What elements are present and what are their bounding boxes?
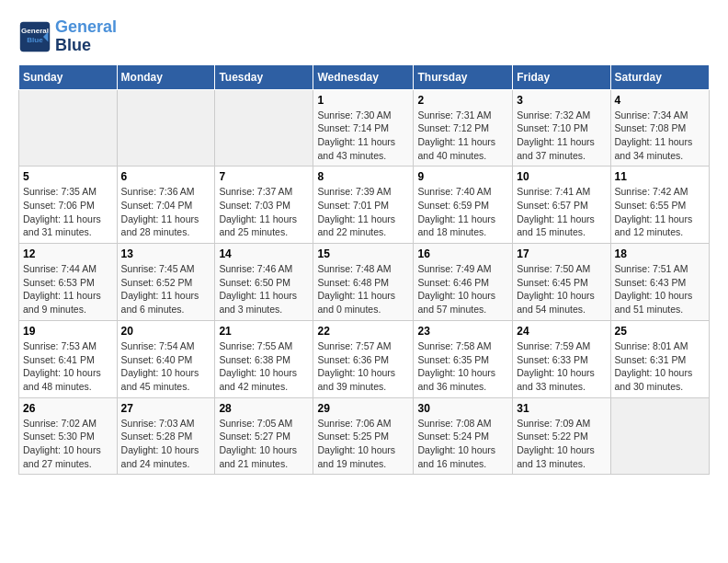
day-number: 18 [615, 247, 705, 260]
day-number: 29 [317, 402, 409, 415]
calendar-cell: 12Sunrise: 7:44 AM Sunset: 6:53 PM Dayli… [19, 244, 118, 321]
day-number: 20 [121, 325, 211, 338]
day-info: Sunrise: 7:49 AM Sunset: 6:46 PM Dayligh… [417, 262, 508, 316]
calendar-cell: 26Sunrise: 7:02 AM Sunset: 5:30 PM Dayli… [19, 397, 118, 475]
day-number: 23 [417, 325, 508, 338]
day-info: Sunrise: 7:02 AM Sunset: 5:30 PM Dayligh… [23, 417, 113, 471]
calendar-cell: 9Sunrise: 7:40 AM Sunset: 6:59 PM Daylig… [414, 167, 513, 244]
day-number: 1 [317, 94, 409, 107]
weekday-header-sunday: Sunday [19, 64, 118, 89]
day-info: Sunrise: 7:31 AM Sunset: 7:12 PM Dayligh… [417, 109, 508, 163]
calendar-cell: 31Sunrise: 7:09 AM Sunset: 5:22 PM Dayli… [513, 397, 610, 475]
weekday-header-row: SundayMondayTuesdayWednesdayThursdayFrid… [19, 64, 710, 89]
day-number: 30 [417, 402, 508, 415]
calendar-cell [117, 89, 215, 167]
calendar-week-2: 5Sunrise: 7:35 AM Sunset: 7:06 PM Daylig… [19, 167, 710, 244]
calendar-cell: 5Sunrise: 7:35 AM Sunset: 7:06 PM Daylig… [19, 167, 118, 244]
calendar-week-3: 12Sunrise: 7:44 AM Sunset: 6:53 PM Dayli… [19, 244, 710, 321]
calendar-cell [19, 89, 118, 167]
calendar-cell: 23Sunrise: 7:58 AM Sunset: 6:35 PM Dayli… [414, 320, 513, 397]
day-info: Sunrise: 7:40 AM Sunset: 6:59 PM Dayligh… [417, 185, 508, 239]
calendar-cell: 13Sunrise: 7:45 AM Sunset: 6:52 PM Dayli… [117, 244, 215, 321]
calendar-cell: 8Sunrise: 7:39 AM Sunset: 7:01 PM Daylig… [313, 167, 414, 244]
day-info: Sunrise: 7:54 AM Sunset: 6:40 PM Dayligh… [121, 339, 211, 394]
day-info: Sunrise: 7:57 AM Sunset: 6:36 PM Dayligh… [317, 339, 409, 394]
day-number: 31 [517, 402, 606, 415]
day-info: Sunrise: 7:36 AM Sunset: 7:04 PM Dayligh… [121, 185, 211, 239]
day-info: Sunrise: 7:46 AM Sunset: 6:50 PM Dayligh… [219, 262, 309, 316]
calendar-cell: 3Sunrise: 7:32 AM Sunset: 7:10 PM Daylig… [513, 89, 610, 167]
day-number: 11 [615, 170, 705, 183]
calendar-cell: 22Sunrise: 7:57 AM Sunset: 6:36 PM Dayli… [313, 320, 414, 397]
day-number: 25 [615, 325, 705, 338]
svg-text:Blue: Blue [27, 36, 43, 44]
weekday-header-saturday: Saturday [610, 64, 709, 89]
page-header: General Blue GeneralBlue [18, 18, 710, 55]
day-info: Sunrise: 7:34 AM Sunset: 7:08 PM Dayligh… [615, 109, 705, 163]
day-number: 15 [317, 247, 409, 260]
weekday-header-thursday: Thursday [414, 64, 513, 89]
calendar-cell: 29Sunrise: 7:06 AM Sunset: 5:25 PM Dayli… [313, 397, 414, 475]
calendar-cell: 27Sunrise: 7:03 AM Sunset: 5:28 PM Dayli… [117, 397, 215, 475]
calendar-cell: 20Sunrise: 7:54 AM Sunset: 6:40 PM Dayli… [117, 320, 215, 397]
calendar-body: 1Sunrise: 7:30 AM Sunset: 7:14 PM Daylig… [19, 89, 710, 475]
calendar-cell: 10Sunrise: 7:41 AM Sunset: 6:57 PM Dayli… [513, 167, 610, 244]
logo-icon: General Blue [18, 20, 51, 53]
calendar-cell: 2Sunrise: 7:31 AM Sunset: 7:12 PM Daylig… [414, 89, 513, 167]
svg-text:General: General [21, 27, 49, 35]
day-number: 16 [417, 247, 508, 260]
calendar-cell: 25Sunrise: 8:01 AM Sunset: 6:31 PM Dayli… [610, 320, 709, 397]
calendar-week-1: 1Sunrise: 7:30 AM Sunset: 7:14 PM Daylig… [19, 89, 710, 167]
day-number: 21 [219, 325, 309, 338]
day-info: Sunrise: 7:58 AM Sunset: 6:35 PM Dayligh… [417, 339, 508, 394]
day-info: Sunrise: 7:06 AM Sunset: 5:25 PM Dayligh… [317, 417, 409, 471]
day-number: 5 [23, 170, 113, 183]
calendar-cell: 19Sunrise: 7:53 AM Sunset: 6:41 PM Dayli… [19, 320, 118, 397]
calendar-week-5: 26Sunrise: 7:02 AM Sunset: 5:30 PM Dayli… [19, 397, 710, 475]
day-number: 14 [219, 247, 309, 260]
day-number: 26 [23, 402, 113, 415]
calendar-cell [215, 89, 313, 167]
day-info: Sunrise: 7:45 AM Sunset: 6:52 PM Dayligh… [121, 262, 211, 316]
day-info: Sunrise: 7:30 AM Sunset: 7:14 PM Dayligh… [317, 109, 409, 163]
day-info: Sunrise: 7:03 AM Sunset: 5:28 PM Dayligh… [121, 417, 211, 471]
day-number: 28 [219, 402, 309, 415]
weekday-header-wednesday: Wednesday [313, 64, 414, 89]
calendar-cell: 6Sunrise: 7:36 AM Sunset: 7:04 PM Daylig… [117, 167, 215, 244]
day-number: 9 [417, 170, 508, 183]
calendar-cell [610, 397, 709, 475]
calendar-cell: 16Sunrise: 7:49 AM Sunset: 6:46 PM Dayli… [414, 244, 513, 321]
calendar-cell: 1Sunrise: 7:30 AM Sunset: 7:14 PM Daylig… [313, 89, 414, 167]
day-number: 27 [121, 402, 211, 415]
day-info: Sunrise: 7:09 AM Sunset: 5:22 PM Dayligh… [517, 417, 606, 471]
day-info: Sunrise: 7:41 AM Sunset: 6:57 PM Dayligh… [517, 185, 606, 239]
calendar-cell: 4Sunrise: 7:34 AM Sunset: 7:08 PM Daylig… [610, 89, 709, 167]
weekday-header-friday: Friday [513, 64, 610, 89]
calendar-cell: 30Sunrise: 7:08 AM Sunset: 5:24 PM Dayli… [414, 397, 513, 475]
day-info: Sunrise: 7:51 AM Sunset: 6:43 PM Dayligh… [615, 262, 705, 316]
logo-text: GeneralBlue [55, 18, 117, 55]
weekday-header-tuesday: Tuesday [215, 64, 313, 89]
day-number: 24 [517, 325, 606, 338]
day-info: Sunrise: 7:48 AM Sunset: 6:48 PM Dayligh… [317, 262, 409, 316]
calendar-cell: 11Sunrise: 7:42 AM Sunset: 6:55 PM Dayli… [610, 167, 709, 244]
day-info: Sunrise: 7:44 AM Sunset: 6:53 PM Dayligh… [23, 262, 113, 316]
day-number: 10 [517, 170, 606, 183]
day-info: Sunrise: 7:39 AM Sunset: 7:01 PM Dayligh… [317, 185, 409, 239]
day-info: Sunrise: 7:55 AM Sunset: 6:38 PM Dayligh… [219, 339, 309, 394]
day-info: Sunrise: 7:53 AM Sunset: 6:41 PM Dayligh… [23, 339, 113, 394]
calendar-cell: 21Sunrise: 7:55 AM Sunset: 6:38 PM Dayli… [215, 320, 313, 397]
calendar-header: SundayMondayTuesdayWednesdayThursdayFrid… [19, 64, 710, 89]
calendar-cell: 15Sunrise: 7:48 AM Sunset: 6:48 PM Dayli… [313, 244, 414, 321]
day-info: Sunrise: 7:32 AM Sunset: 7:10 PM Dayligh… [517, 109, 606, 163]
calendar-cell: 24Sunrise: 7:59 AM Sunset: 6:33 PM Dayli… [513, 320, 610, 397]
day-number: 12 [23, 247, 113, 260]
day-number: 3 [517, 94, 606, 107]
calendar-cell: 18Sunrise: 7:51 AM Sunset: 6:43 PM Dayli… [610, 244, 709, 321]
day-info: Sunrise: 7:59 AM Sunset: 6:33 PM Dayligh… [517, 339, 606, 394]
day-info: Sunrise: 7:50 AM Sunset: 6:45 PM Dayligh… [517, 262, 606, 316]
day-number: 13 [121, 247, 211, 260]
day-number: 4 [615, 94, 705, 107]
day-info: Sunrise: 7:08 AM Sunset: 5:24 PM Dayligh… [417, 417, 508, 471]
day-number: 7 [219, 170, 309, 183]
